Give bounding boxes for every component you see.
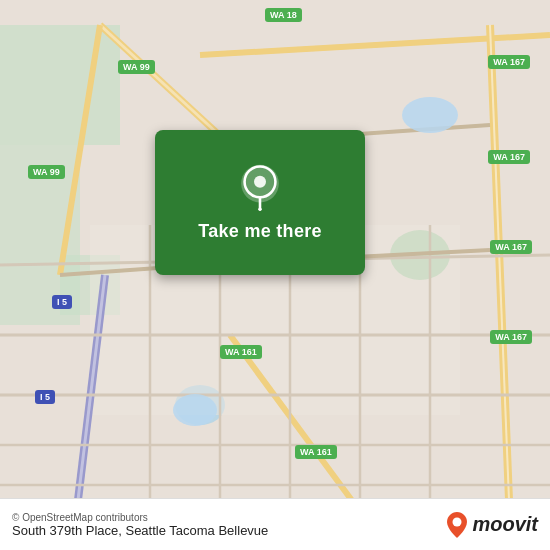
svg-point-35 [453,517,462,526]
road-badge-wa161-1: WA 161 [220,345,262,359]
svg-line-9 [200,35,550,55]
moovit-logo: moovit [446,511,538,539]
map-container[interactable]: WA 99 WA 99 WA 18 WA 167 WA 167 WA 167 W… [0,0,550,550]
map-roads-svg [0,0,550,550]
road-badge-wa99-2: WA 99 [28,165,65,179]
road-badge-wa99-1: WA 99 [118,60,155,74]
bottom-bar: © OpenStreetMap contributors South 379th… [0,498,550,550]
road-badge-wa167-2: WA 167 [488,150,530,164]
location-card[interactable]: Take me there [155,130,365,275]
moovit-pin-icon [446,511,468,539]
moovit-brand-text: moovit [472,513,538,536]
bottom-left-info: © OpenStreetMap contributors South 379th… [12,512,268,538]
road-badge-wa161-2: WA 161 [295,445,337,459]
svg-point-34 [258,208,261,211]
road-badge-wa167-3: WA 167 [490,240,532,254]
osm-attribution: © OpenStreetMap contributors [12,512,268,523]
svg-point-32 [254,176,266,188]
svg-point-28 [402,97,458,133]
svg-point-29 [173,394,217,426]
location-pin-icon [236,163,284,211]
road-badge-i5-2: I 5 [35,390,55,404]
svg-rect-0 [0,25,120,145]
road-badge-i5-1: I 5 [52,295,72,309]
svg-line-11 [490,25,510,525]
map-background [0,0,550,550]
address-label: South 379th Place, Seattle Tacoma Bellev… [12,523,268,538]
road-badge-wa167-4: WA 167 [490,330,532,344]
road-badge-wa167-1: WA 167 [488,55,530,69]
road-badge-wa18: WA 18 [265,8,302,22]
take-me-there-button[interactable]: Take me there [198,221,322,242]
